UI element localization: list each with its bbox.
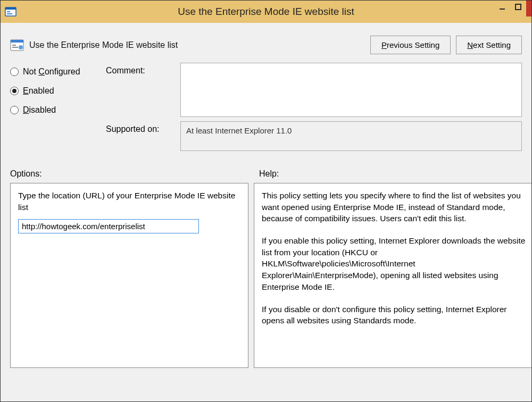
panels: Type the location (URL) of your Enterpri… [1,183,531,368]
options-instruction: Type the location (URL) of your Enterpri… [18,190,240,213]
meta-fields: Comment: Supported on: At least Internet… [106,63,522,151]
radio-not-configured[interactable]: Not Configured [10,67,106,77]
svg-rect-7 [11,40,23,43]
help-label: Help: [259,169,279,179]
radio-icon [10,87,19,95]
options-label: Options: [10,169,259,179]
comment-input[interactable] [180,63,522,117]
help-panel: This policy setting lets you specify whe… [254,183,531,368]
previous-setting-button[interactable]: Previous Setting [370,36,451,54]
url-input[interactable] [18,219,199,233]
options-panel: Type the location (URL) of your Enterpri… [10,183,248,368]
app-icon [5,6,16,18]
next-setting-button[interactable]: Next Setting [456,36,522,54]
titlebar[interactable]: Use the Enterprise Mode IE website list [1,1,531,23]
help-paragraph: If you enable this policy setting, Inter… [262,235,528,292]
section-labels: Options: Help: [1,155,531,183]
supported-on-label: Supported on: [106,121,180,134]
radio-icon [10,106,19,114]
policy-title: Use the Enterprise Mode IE website list [29,40,365,50]
close-button[interactable] [526,1,531,16]
radio-icon [10,68,19,76]
window-controls [494,1,531,16]
radio-label: Not Configured [23,67,80,77]
radio-label: Enabled [23,86,54,96]
svg-rect-3 [7,13,12,14]
minimize-button[interactable] [494,1,510,13]
supported-on-value: At least Internet Explorer 11.0 [180,121,522,151]
help-paragraph: If you disable or don't configure this p… [262,304,528,326]
policy-icon [10,39,24,52]
policy-editor-window: Use the Enterprise Mode IE website list … [0,0,532,402]
window-title: Use the Enterprise Mode IE website list [1,6,531,18]
help-paragraph: This policy setting lets you specify whe… [262,190,528,224]
maximize-button[interactable] [510,1,526,13]
svg-rect-8 [12,45,16,46]
svg-rect-1 [5,7,16,10]
radio-label: Disabled [23,105,56,115]
radio-disabled[interactable]: Disabled [10,105,106,115]
comment-label: Comment: [106,63,180,76]
header-row: Use the Enterprise Mode IE website list … [1,23,531,61]
state-radio-group: Not Configured Enabled Disabled [10,63,106,151]
svg-rect-5 [516,4,521,10]
svg-point-10 [19,45,23,49]
svg-rect-2 [7,11,10,12]
config-area: Not Configured Enabled Disabled Comment:… [1,61,531,155]
radio-enabled[interactable]: Enabled [10,86,106,96]
svg-rect-9 [12,47,18,48]
